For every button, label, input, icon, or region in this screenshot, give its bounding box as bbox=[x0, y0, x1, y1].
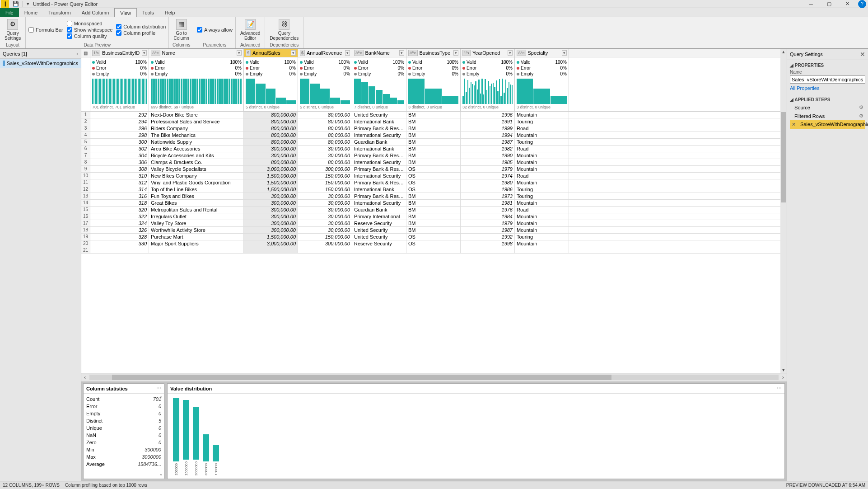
close-button[interactable]: ✕ bbox=[838, 0, 856, 8]
window-title: Untitled - Power Query Editor bbox=[31, 1, 802, 7]
tab-view[interactable]: View bbox=[114, 8, 137, 17]
chk-column-quality[interactable]: Column quality bbox=[67, 33, 113, 39]
group-data-preview-label: Data Preview bbox=[28, 42, 166, 47]
chk-show-whitespace[interactable]: Show whitespace bbox=[67, 27, 113, 33]
editor-icon: 📝 bbox=[245, 19, 256, 30]
chk-column-profile[interactable]: Column profile bbox=[116, 30, 166, 36]
app-icon: ┃ bbox=[1, 0, 9, 8]
tab-home[interactable]: Home bbox=[19, 8, 43, 17]
group-columns-label: Columns bbox=[172, 42, 191, 47]
ribbon: ⚙ Query Settings Layout Formula Bar Mono… bbox=[0, 17, 868, 49]
goto-column-button[interactable]: ▦ Go to Column bbox=[172, 18, 191, 42]
chk-formula-bar[interactable]: Formula Bar bbox=[28, 27, 63, 33]
tab-transform[interactable]: Transform bbox=[43, 8, 76, 17]
qat-dropdown-icon[interactable]: ▾ bbox=[27, 1, 29, 7]
menu-tabs: File Home Transform Add Column View Tool… bbox=[0, 8, 868, 17]
chk-monospaced[interactable]: Monospaced bbox=[67, 21, 113, 26]
help-icon[interactable]: ? bbox=[858, 0, 866, 8]
tab-help[interactable]: Help bbox=[159, 8, 181, 17]
tab-tools[interactable]: Tools bbox=[137, 8, 159, 17]
minimize-button[interactable]: ─ bbox=[802, 0, 820, 8]
query-dependencies-button[interactable]: ⛓ Query Dependencies bbox=[268, 18, 300, 42]
chk-column-distribution[interactable]: Column distribution bbox=[116, 24, 166, 29]
query-settings-button[interactable]: ⚙ Query Settings bbox=[3, 18, 23, 42]
advanced-editor-button[interactable]: 📝 Advanced Editor bbox=[238, 18, 262, 42]
group-layout-label: Layout bbox=[3, 42, 23, 47]
group-advanced-label: Advanced bbox=[238, 42, 262, 47]
save-icon[interactable]: 💾 bbox=[13, 1, 19, 7]
maximize-button[interactable]: ▢ bbox=[820, 0, 838, 8]
column-icon: ▦ bbox=[176, 19, 187, 30]
tab-add-column[interactable]: Add Column bbox=[76, 8, 115, 17]
title-bar: ┃ 💾 ▾ Untitled - Power Query Editor ─ ▢ … bbox=[0, 0, 868, 8]
chk-always-allow[interactable]: Always allow bbox=[197, 27, 233, 33]
tab-file[interactable]: File bbox=[0, 8, 19, 17]
dependencies-icon: ⛓ bbox=[279, 19, 289, 30]
gear-icon: ⚙ bbox=[7, 19, 18, 30]
group-dependencies-label: Dependencies bbox=[268, 42, 300, 47]
group-parameters-label: Parameters bbox=[197, 42, 233, 47]
